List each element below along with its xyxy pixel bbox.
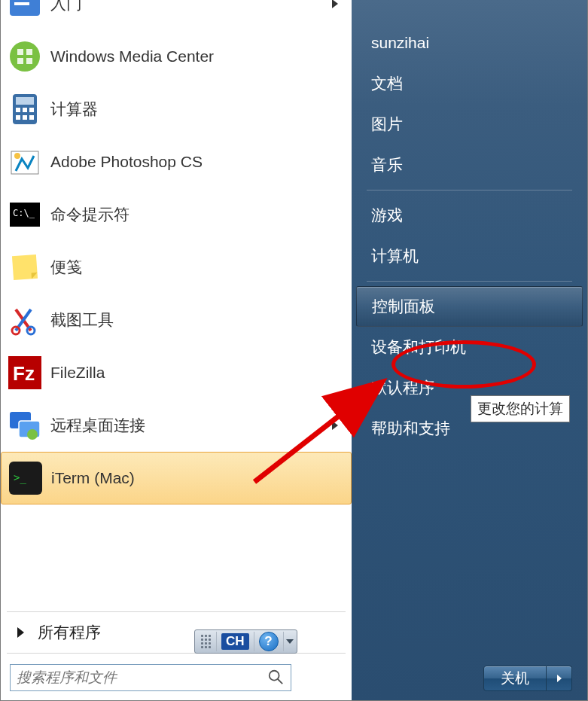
svg-rect-11: [29, 108, 34, 112]
program-label: iTerm (Mac): [51, 469, 345, 487]
svg-rect-13: [23, 115, 27, 120]
svg-rect-12: [16, 115, 20, 120]
svg-line-33: [278, 679, 282, 684]
language-bar[interactable]: CH ?: [194, 629, 297, 654]
svg-text:Fz: Fz: [13, 362, 35, 385]
cmd-icon: C:\_: [7, 197, 43, 233]
program-item-filezilla[interactable]: Fz FileZilla: [1, 346, 352, 399]
right-item-control-panel[interactable]: 控制面板: [356, 286, 583, 327]
svg-rect-8: [16, 97, 34, 105]
right-item-devices-printers[interactable]: 设备和打印机: [352, 327, 587, 367]
submenu-arrow-icon: [332, 0, 338, 8]
divider: [367, 281, 572, 282]
start-menu-right-panel: sunzihai 文档 图片 音乐 游戏 计算机 控制面板 设备和打印机 默认程…: [352, 0, 587, 700]
right-item-label: 默认程序: [371, 377, 434, 398]
program-item-wmc[interactable]: Windows Media Center: [1, 30, 352, 83]
right-item-username[interactable]: sunzihai: [352, 23, 587, 63]
program-label: 远程桌面连接: [50, 415, 332, 436]
shutdown-label: 关机: [501, 669, 529, 688]
calculator-icon: [7, 91, 43, 127]
svg-rect-10: [23, 108, 27, 112]
search-input[interactable]: [10, 664, 291, 691]
svg-point-6: [10, 41, 40, 72]
start-menu: UC浏览器 入门 Windows Media Center 计算器: [0, 0, 588, 701]
snipping-tool-icon: [7, 302, 43, 338]
all-programs-label: 所有程序: [38, 622, 101, 643]
right-item-documents[interactable]: 文档: [352, 63, 587, 104]
search-row: [1, 657, 352, 700]
right-item-label: 游戏: [371, 205, 403, 226]
start-menu-left-panel: UC浏览器 入门 Windows Media Center 计算器: [1, 0, 352, 700]
help-icon: ?: [259, 632, 279, 651]
program-label: Windows Media Center: [50, 47, 346, 66]
tooltip: 更改您的计算: [471, 395, 570, 422]
right-item-label: 文档: [371, 73, 403, 94]
program-item-snipping-tool[interactable]: 截图工具: [1, 294, 352, 346]
all-programs[interactable]: 所有程序: [1, 615, 352, 650]
rdp-icon: [7, 407, 43, 443]
language-indicator[interactable]: CH: [216, 632, 254, 651]
user-avatar-area: [352, 5, 587, 23]
program-item-photoshop[interactable]: Adobe Photoshop CS: [1, 136, 352, 188]
all-programs-arrow-icon: [17, 627, 24, 638]
shutdown-row: 关机: [483, 666, 572, 691]
shutdown-options-button[interactable]: [547, 666, 572, 691]
language-code: CH: [221, 633, 249, 650]
svg-rect-9: [16, 108, 20, 112]
right-item-label: 控制面板: [372, 296, 435, 317]
right-item-label: 音乐: [371, 154, 403, 175]
program-label: 计算器: [50, 99, 346, 120]
getting-started-icon: [7, 0, 43, 22]
right-item-pictures[interactable]: 图片: [352, 104, 587, 145]
sticky-notes-icon: [7, 249, 43, 285]
submenu-arrow-icon: [332, 421, 338, 430]
language-options-button[interactable]: [283, 632, 297, 651]
program-item-iterm[interactable]: >_ iTerm (Mac): [1, 452, 352, 504]
program-label: 截图工具: [50, 309, 346, 331]
program-item-cmd[interactable]: C:\_ 命令提示符: [1, 188, 352, 241]
program-label: 便笺: [50, 257, 346, 278]
svg-point-16: [14, 153, 20, 159]
right-item-label: 计算机: [371, 245, 419, 267]
program-label: 命令提示符: [50, 204, 346, 225]
program-list: UC浏览器 入门 Windows Media Center 计算器: [1, 0, 352, 608]
wmc-icon: [7, 38, 43, 75]
svg-rect-14: [29, 115, 34, 120]
program-label: FileZilla: [50, 364, 346, 382]
svg-rect-5: [14, 2, 29, 5]
program-item-getting-started[interactable]: 入门: [1, 0, 352, 30]
program-item-rdp[interactable]: 远程桌面连接: [1, 399, 352, 452]
svg-point-32: [270, 671, 279, 681]
program-label: 入门: [50, 0, 332, 14]
right-item-label: 图片: [371, 114, 403, 135]
right-item-label: 设备和打印机: [371, 337, 466, 358]
search-icon: [267, 669, 284, 685]
drag-grip-icon[interactable]: [198, 631, 213, 652]
divider: [7, 611, 346, 612]
filezilla-icon: Fz: [7, 355, 43, 391]
right-item-label: 帮助和支持: [371, 418, 450, 439]
chevron-right-icon: [557, 675, 562, 682]
program-item-sticky-notes[interactable]: 便笺: [1, 241, 352, 294]
tooltip-text: 更改您的计算: [477, 401, 563, 416]
divider: [367, 190, 572, 190]
iterm-icon: >_: [8, 460, 44, 496]
svg-text:>_: >_: [14, 471, 26, 484]
right-item-music[interactable]: 音乐: [352, 145, 587, 185]
svg-text:C:\_: C:\_: [13, 208, 35, 218]
right-item-games[interactable]: 游戏: [352, 195, 587, 236]
right-item-computer[interactable]: 计算机: [352, 236, 587, 276]
svg-point-29: [27, 429, 38, 440]
language-help-button[interactable]: ?: [254, 632, 283, 651]
photoshop-icon: [7, 144, 43, 180]
program-item-calculator[interactable]: 计算器: [1, 83, 352, 136]
shutdown-button[interactable]: 关机: [483, 666, 547, 691]
username-label: sunzihai: [371, 34, 429, 52]
program-label: Adobe Photoshop CS: [50, 153, 346, 171]
chevron-down-icon: [286, 639, 294, 644]
